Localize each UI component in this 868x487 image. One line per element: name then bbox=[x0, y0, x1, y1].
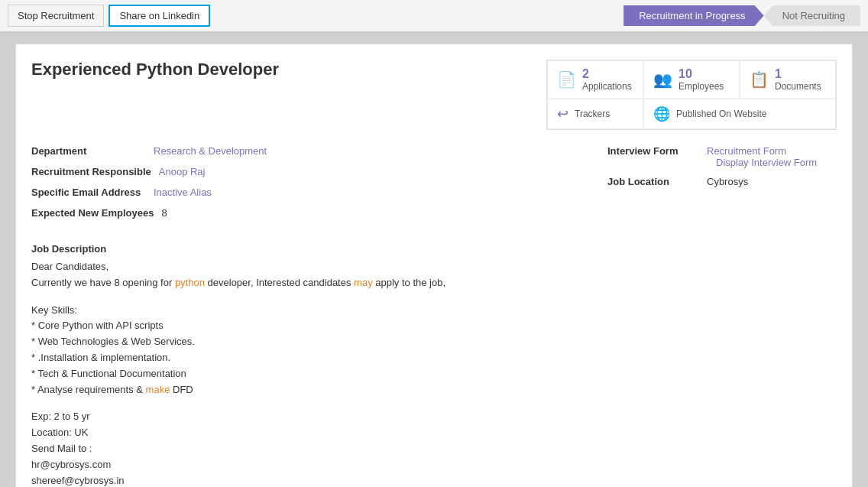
skills-title: Key Skills: bbox=[31, 303, 837, 319]
stat-applications[interactable]: 📄 2 Applications bbox=[547, 60, 643, 99]
documents-label: Documents bbox=[775, 81, 821, 92]
expected-value: 8 bbox=[161, 207, 167, 219]
department-label: Department bbox=[31, 145, 146, 157]
send-mail: Send Mail to : bbox=[31, 441, 837, 457]
skill-5: * Analyse requirements & make DFD bbox=[31, 382, 837, 398]
top-bar: Stop Recruitment Share on Linkedin Recru… bbox=[0, 0, 868, 32]
status-active-badge[interactable]: Recruitment in Progress bbox=[623, 5, 763, 26]
documents-count: 1 bbox=[775, 67, 821, 81]
header-row: Experienced Python Developer 📄 2 Applica… bbox=[31, 60, 837, 130]
expected-label: Expected New Employees bbox=[31, 207, 154, 219]
email-label: Specific Email Address bbox=[31, 187, 146, 198]
stat-applications-info: 2 Applications bbox=[582, 67, 632, 92]
desc-intro: Dear Candidates, bbox=[31, 259, 837, 275]
job-title: Experienced Python Developer bbox=[31, 60, 546, 80]
stat-trackers[interactable]: ↩ Trackers bbox=[547, 99, 643, 129]
left-details: Department Research & Development Recrui… bbox=[31, 145, 592, 228]
status-bar: Recruitment in Progress Not Recruiting bbox=[623, 5, 860, 26]
stat-documents-info: 1 Documents bbox=[775, 67, 821, 92]
stat-trackers-info: Trackers bbox=[575, 109, 610, 119]
description-section: Job Description Dear Candidates, Current… bbox=[31, 243, 837, 487]
details-section: Department Research & Development Recrui… bbox=[31, 145, 837, 228]
stat-employees[interactable]: 👥 10 Employees bbox=[643, 60, 740, 99]
published-label: Published On Website bbox=[676, 109, 767, 119]
stop-recruitment-button[interactable]: Stop Recruitment bbox=[8, 5, 104, 27]
email-value[interactable]: Inactive Alias bbox=[154, 187, 212, 198]
expected-row: Expected New Employees 8 bbox=[31, 207, 592, 219]
skill-4: * Tech & Functional Documentation bbox=[31, 366, 837, 382]
exp: Exp: 2 to 5 yr bbox=[31, 409, 837, 425]
applications-count: 2 bbox=[582, 67, 632, 81]
responsible-value[interactable]: Anoop Raj bbox=[159, 166, 206, 177]
highlight-make: make bbox=[146, 384, 170, 395]
responsible-label: Recruitment Responsible bbox=[31, 166, 151, 177]
responsible-row: Recruitment Responsible Anoop Raj bbox=[31, 166, 592, 177]
status-inactive-badge[interactable]: Not Recruiting bbox=[764, 5, 860, 26]
employees-count: 10 bbox=[679, 67, 724, 81]
location: Location: UK bbox=[31, 425, 837, 441]
recruitment-form-link[interactable]: Recruitment Form bbox=[707, 145, 817, 157]
highlight-python: python bbox=[175, 277, 205, 288]
email-row: Specific Email Address Inactive Alias bbox=[31, 187, 592, 198]
highlight-may: may bbox=[354, 277, 373, 288]
stat-employees-info: 10 Employees bbox=[679, 67, 724, 92]
interview-form-links: Recruitment Form Display Interview Form bbox=[707, 145, 817, 168]
stat-documents[interactable]: 📋 1 Documents bbox=[740, 60, 836, 99]
interview-form-row: Interview Form Recruitment Form Display … bbox=[607, 145, 837, 168]
top-bar-left: Stop Recruitment Share on Linkedin bbox=[8, 5, 210, 27]
interview-form-label: Interview Form bbox=[607, 145, 699, 168]
employees-label: Employees bbox=[679, 81, 724, 92]
email1: hr@cybrosys.com bbox=[31, 457, 837, 473]
job-location-value: Cybrosys bbox=[707, 176, 748, 187]
share-linkedin-button[interactable]: Share on Linkedin bbox=[108, 5, 210, 27]
stat-published-info: Published On Website bbox=[676, 109, 767, 119]
employees-icon: 👥 bbox=[653, 70, 672, 89]
documents-icon: 📋 bbox=[750, 70, 769, 89]
trackers-label: Trackers bbox=[575, 109, 610, 119]
applications-label: Applications bbox=[582, 81, 632, 92]
skill-2: * Web Technologies & Web Services. bbox=[31, 334, 837, 350]
job-location-row: Job Location Cybrosys bbox=[607, 176, 837, 187]
department-value[interactable]: Research & Development bbox=[154, 145, 267, 157]
department-row: Department Research & Development bbox=[31, 145, 592, 157]
job-location-label: Job Location bbox=[607, 176, 699, 187]
trackers-icon: ↩ bbox=[557, 106, 568, 122]
skill-1: * Core Python with API scripts bbox=[31, 318, 837, 334]
applications-icon: 📄 bbox=[557, 70, 576, 89]
published-icon: 🌐 bbox=[653, 106, 670, 122]
skill-3: * .Installation & implementation. bbox=[31, 350, 837, 366]
desc-title: Job Description bbox=[31, 243, 837, 255]
display-interview-form-link[interactable]: Display Interview Form bbox=[707, 157, 817, 168]
main-content: Experienced Python Developer 📄 2 Applica… bbox=[15, 44, 853, 487]
stat-published[interactable]: 🌐 Published On Website bbox=[643, 99, 836, 129]
email2: shereef@cybrosys.in bbox=[31, 473, 837, 487]
desc-body: Currently we have 8 opening for python d… bbox=[31, 275, 837, 291]
right-details: Interview Form Recruitment Form Display … bbox=[607, 145, 837, 228]
stats-panel: 📄 2 Applications 👥 10 Employees 📋 1 Docu… bbox=[546, 60, 837, 130]
